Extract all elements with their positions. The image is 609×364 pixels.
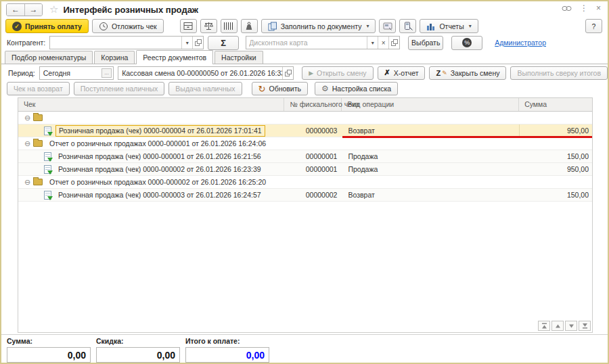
fill-by-document-button[interactable]: Заполнить по документу ▾	[261, 19, 376, 33]
open-shift-button[interactable]: ▶ Открыть смену	[302, 66, 373, 80]
fiscal-number-cell: 00000001	[285, 150, 342, 162]
sum-totals-button[interactable]: Σ	[208, 36, 239, 50]
operation-type-cell: Возврат	[342, 124, 519, 137]
counterparty-field[interactable]: ▾	[49, 36, 204, 49]
tab-document-register[interactable]: Реестр документов	[136, 50, 213, 64]
operation-type-cell	[342, 176, 519, 188]
collapse-icon[interactable]: ⊖	[24, 139, 33, 148]
collapse-icon[interactable]: ⊖	[24, 114, 33, 122]
receipt-cell: ⊖Отчет о розничных продажах 0000-000001 …	[18, 137, 285, 150]
accept-payment-label: Принять оплату	[25, 22, 82, 30]
terminal-button[interactable]	[399, 19, 416, 33]
gear-icon: ⚙	[321, 85, 329, 93]
clock-icon	[99, 22, 108, 31]
open-item-icon[interactable]	[192, 37, 203, 49]
pencil-icon: ✎	[442, 70, 447, 76]
table-row[interactable]: ⊖Отчет о розничных продажах 0000-000002 …	[18, 176, 592, 189]
folder-icon	[33, 114, 43, 121]
tab-cart[interactable]: Корзина	[94, 51, 135, 64]
get-link-button[interactable]	[562, 5, 572, 12]
help-button[interactable]: ?	[585, 19, 602, 33]
sum-group: Сумма: 0,00	[7, 337, 91, 363]
row-label: Розничная продажа (чек) 0000-000002 от 2…	[55, 165, 264, 173]
column-header-receipt[interactable]: Чек	[18, 98, 284, 111]
go-to-top-button[interactable]	[538, 321, 550, 331]
table-row[interactable]: ⊖Отчет о розничных продажах 0000-000001 …	[18, 137, 592, 150]
more-menu-button[interactable]: ⋮	[580, 3, 588, 13]
column-header-sum[interactable]: Сумма	[519, 98, 592, 111]
cash-income-label: Поступление наличных	[81, 85, 158, 93]
fiscal-number-cell	[285, 176, 342, 188]
open-item-icon[interactable]	[388, 37, 399, 49]
go-to-bottom-button[interactable]	[579, 321, 591, 331]
sum-label: Сумма:	[7, 337, 91, 345]
x-report-button[interactable]: ✗ X-отчет	[378, 66, 426, 80]
period-field[interactable]: Сегодня ...	[39, 66, 114, 80]
table-row[interactable]: Розничная продажа (чек) 0000-000001 от 2…	[18, 150, 592, 163]
discount-field[interactable]: 0,00	[96, 347, 180, 363]
weight-button[interactable]	[241, 19, 258, 33]
dropdown-arrow-icon[interactable]: ▾	[181, 37, 192, 49]
open-item-icon[interactable]	[282, 67, 293, 79]
close-button[interactable]: ×	[596, 3, 601, 13]
discount-card-input[interactable]	[246, 37, 367, 49]
defer-receipt-label: Отложить чек	[112, 22, 157, 30]
choose-button[interactable]: Выбрать	[408, 36, 443, 50]
forward-button[interactable]: →	[24, 4, 42, 16]
row-label: Розничная продажа (чек) 0000-000001 от 2…	[55, 152, 264, 160]
table-row[interactable]: Розничная продажа (чек) 0000-000004 от 2…	[18, 124, 592, 137]
total-due-field[interactable]: 0,00	[185, 347, 269, 363]
operation-type-cell	[342, 112, 519, 124]
discount-card-field[interactable]: ▾ ×	[246, 36, 400, 49]
cash-income-button[interactable]: Поступление наличных	[74, 82, 165, 95]
tab-settings[interactable]: Настройки	[215, 51, 263, 64]
counterparty-input[interactable]	[50, 37, 181, 49]
card-reader-button[interactable]	[379, 19, 396, 33]
return-receipt-button[interactable]: Чек на возврат	[7, 82, 70, 95]
x-mark-icon: ✗	[384, 68, 390, 77]
reports-button[interactable]: Отчеты ▾	[420, 19, 478, 33]
close-shift-button[interactable]: Z ✎ Закрыть смену	[429, 66, 506, 80]
period-picker-button[interactable]: ...	[102, 68, 112, 78]
discount-percent-button[interactable]: %	[451, 36, 482, 50]
period-row: Период: Сегодня ... Кассовая смена 00-00…	[1, 66, 608, 80]
refresh-button[interactable]: ↻ Обновить	[252, 82, 308, 95]
sum-field[interactable]: 0,00	[7, 347, 91, 363]
receipt-cell: Розничная продажа (чек) 0000-000001 от 2…	[18, 150, 285, 162]
red-annotation-line	[342, 136, 592, 138]
cash-shift-field[interactable]: Кассовая смена 00-00000050 от 26.01.2026…	[118, 66, 294, 80]
go-down-button[interactable]	[565, 321, 577, 331]
column-header-operation-type[interactable]: Вид операции	[342, 98, 519, 111]
arrow-to-bottom-icon	[581, 322, 589, 329]
titlebar-right-icons: ⋮ ×	[562, 3, 601, 13]
list-settings-button[interactable]: ⚙ Настройка списка	[315, 82, 398, 95]
close-icon: ×	[596, 3, 601, 13]
row-label: Розничная продажа (чек) 0000-000004 от 2…	[55, 125, 265, 137]
cash-drawer-button[interactable]	[180, 19, 197, 33]
defer-receipt-button[interactable]: Отложить чек	[92, 19, 164, 33]
table-row[interactable]: ⊖	[18, 112, 592, 124]
favorite-star-icon[interactable]: ☆	[49, 3, 58, 16]
collapse-icon[interactable]: ⊖	[24, 178, 33, 187]
payment-terminal-icon	[403, 22, 413, 30]
arrow-to-top-icon	[541, 322, 548, 329]
reconcile-totals-button[interactable]: Выполнить сверку итогов	[510, 66, 608, 80]
scales-button[interactable]	[200, 19, 217, 33]
dropdown-arrow-icon[interactable]: ▾	[367, 37, 378, 49]
help-label: ?	[592, 22, 596, 30]
tab-item-selection[interactable]: Подбор номенклатуры	[5, 51, 93, 64]
clear-icon[interactable]: ×	[378, 37, 388, 49]
barcode-button[interactable]	[221, 19, 238, 33]
accept-payment-button[interactable]: ✓ Принять оплату	[5, 19, 89, 33]
back-button[interactable]: ←	[7, 4, 24, 16]
go-up-button[interactable]	[551, 321, 564, 331]
reconcile-label: Выполнить сверку итогов	[517, 69, 601, 77]
vertical-dots-icon: ⋮	[580, 3, 588, 13]
row-label: Отчет о розничных продажах 0000-000002 о…	[47, 178, 269, 186]
cash-outcome-button[interactable]: Выдача наличных	[168, 82, 242, 95]
administrator-link[interactable]: Администратор	[495, 39, 546, 47]
table-row[interactable]: Розничная продажа (чек) 0000-000002 от 2…	[18, 163, 592, 176]
scales-icon	[204, 22, 214, 30]
column-header-fiscal-number[interactable]: № фискального чека	[284, 98, 342, 111]
table-row[interactable]: Розничная продажа (чек) 0000-000003 от 2…	[18, 189, 592, 202]
